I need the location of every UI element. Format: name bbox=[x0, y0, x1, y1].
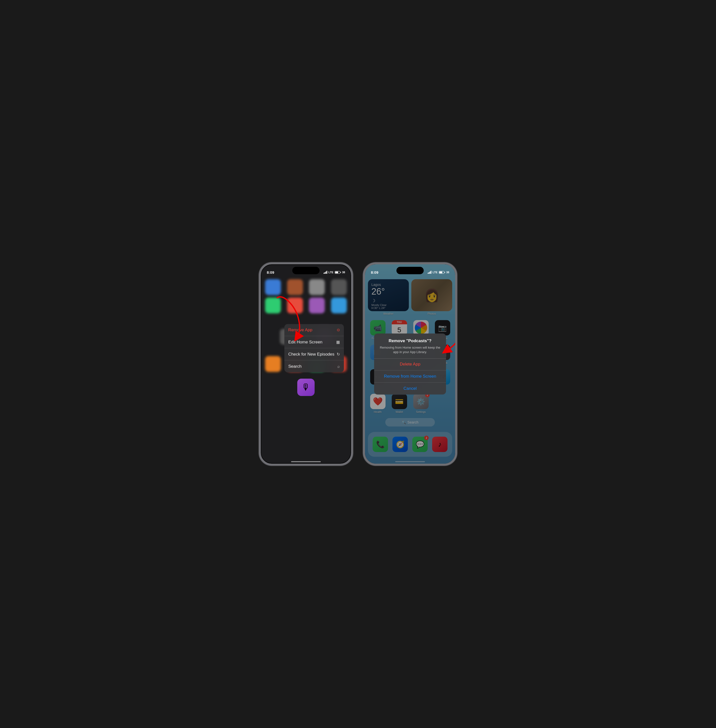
edit-icon: ▦ bbox=[336, 340, 340, 344]
status-icons: LTE 38 bbox=[323, 271, 345, 274]
right-status-icons: LTE 38 bbox=[428, 271, 449, 274]
context-menu: Remove App ⊖ Edit Home Screen ▦ Check fo… bbox=[284, 324, 344, 372]
remove-from-home-label: Remove from Home Screen bbox=[384, 374, 436, 379]
search-label: Search bbox=[288, 364, 302, 369]
battery-icon bbox=[335, 271, 341, 274]
left-phone: 8:09 LTE 38 bbox=[259, 262, 353, 466]
right-dynamic-island bbox=[396, 267, 424, 274]
lte-label: LTE bbox=[329, 271, 334, 274]
podcasts-app-icon[interactable]: 🎙 bbox=[297, 379, 315, 396]
right-lte-label: LTE bbox=[432, 271, 438, 274]
remove-app-label: Remove App bbox=[288, 327, 312, 332]
right-battery-icon bbox=[439, 271, 445, 274]
edit-home-screen-button[interactable]: Edit Home Screen ▦ bbox=[284, 336, 344, 348]
remove-icon: ⊖ bbox=[337, 328, 340, 332]
signal-icon bbox=[323, 271, 327, 274]
right-battery-level: 38 bbox=[446, 271, 449, 274]
alert-title: Remove "Podcasts"? bbox=[378, 338, 442, 343]
remove-from-home-button[interactable]: Remove from Home Screen bbox=[374, 370, 446, 382]
search-icon: ⌕ bbox=[337, 364, 340, 369]
alert-message: Removing from Home screen will keep the … bbox=[378, 346, 442, 358]
time-display: 8:09 bbox=[267, 270, 274, 275]
right-time-display: 8:09 bbox=[371, 270, 378, 275]
cancel-alert-button[interactable]: Cancel bbox=[374, 382, 446, 394]
cancel-label: Cancel bbox=[404, 386, 417, 391]
search-button[interactable]: Search ⌕ bbox=[284, 360, 344, 372]
alert-overlay: Remove "Podcasts"? Removing from Home sc… bbox=[365, 264, 455, 464]
alert-dialog: Remove "Podcasts"? Removing from Home sc… bbox=[374, 334, 446, 395]
home-indicator bbox=[291, 461, 321, 462]
battery-level: 38 bbox=[342, 271, 345, 274]
delete-app-label: Delete App bbox=[400, 362, 420, 367]
remove-app-button[interactable]: Remove App ⊖ bbox=[284, 324, 344, 336]
check-episodes-button[interactable]: Check for New Episodes ↻ bbox=[284, 348, 344, 360]
check-episodes-label: Check for New Episodes bbox=[288, 352, 334, 356]
right-signal-icon bbox=[428, 271, 431, 274]
delete-app-button[interactable]: Delete App bbox=[374, 358, 446, 370]
alert-content: Remove "Podcasts"? Removing from Home sc… bbox=[374, 334, 446, 358]
refresh-icon: ↻ bbox=[337, 352, 340, 356]
right-phone: 8:09 LTE 38 bbox=[363, 262, 457, 466]
podcasts-emoji: 🎙 bbox=[302, 382, 310, 393]
edit-home-label: Edit Home Screen bbox=[288, 340, 323, 344]
dynamic-island bbox=[292, 267, 320, 274]
